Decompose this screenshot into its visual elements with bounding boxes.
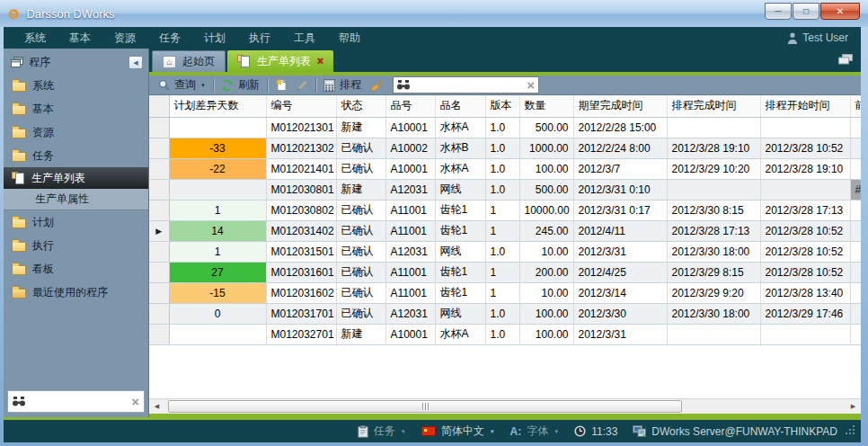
cell-sched-finish[interactable]: 2012/3/30 8:15 [667,200,760,220]
cell-status[interactable]: 已确认 [336,138,385,158]
tab-production-order-list[interactable]: 生产单列表 × [227,50,333,72]
cell-item-name[interactable]: 水杯A [435,117,485,138]
cell-item-no[interactable]: A11001 [385,220,435,241]
cell-expected-finish[interactable]: 2012/2/28 15:00 [573,117,667,138]
cell-qty[interactable]: 500.00 [519,179,573,200]
cell-expected-finish[interactable]: 2012/3/30 [573,303,667,324]
cell-status[interactable]: 已确认 [336,303,385,324]
cell-qty[interactable]: 245.00 [519,220,573,241]
cell-status[interactable]: 已确认 [336,200,385,220]
edit-button[interactable] [292,76,313,94]
table-row[interactable]: 1M012031501已确认A12031网线1.010.002012/3/312… [149,241,861,262]
cell-qty[interactable]: 500.00 [519,117,573,138]
cell-item-name[interactable]: 网线 [435,303,485,324]
cell-expected-finish[interactable]: 2012/2/24 8:00 [573,138,667,158]
col-version[interactable]: 版本 [485,95,519,117]
col-expected-finish[interactable]: 期望完成时间 [573,95,667,117]
schedule-button[interactable]: 排程 [319,76,366,94]
status-font-menu[interactable]: A: 字体 ▼ [510,424,560,439]
cell-status[interactable]: 已确认 [336,220,385,241]
menu-help[interactable]: 帮助 [327,31,372,46]
refresh-button[interactable]: 刷新 [217,76,264,94]
cell-sched-start[interactable]: 2012/3/29 17:46 [760,303,850,324]
cell-qty[interactable]: 10.00 [519,282,573,303]
cell-item-no[interactable]: A12031 [385,241,435,262]
sidebar-item-production-order-list[interactable]: 生产单列表 [4,167,148,189]
table-row[interactable]: M012030801新建A12031网线1.0500.002012/3/31 0… [149,179,861,200]
cell-expected-finish[interactable]: 2012/3/31 [573,324,667,344]
cell-status[interactable]: 新建 [336,179,385,200]
table-row[interactable]: M012021301新建A10001水杯A1.0500.002012/2/28 … [149,117,861,138]
scroll-right-icon[interactable]: ▶ [846,399,861,414]
cell-expected-finish[interactable]: 2012/3/31 [573,241,667,262]
col-plan-diff-days[interactable]: 计划差异天数 [169,95,266,117]
cell-version[interactable]: 1 [485,262,519,282]
cell-sched-finish[interactable]: 2012/3/30 18:00 [667,303,760,324]
cell-status[interactable]: 已确认 [336,282,385,303]
cell-plan-diff-days[interactable] [169,117,266,138]
cell-item-no[interactable]: A12031 [385,303,435,324]
resize-grip[interactable] [845,424,855,438]
cell-selector[interactable] [149,117,169,138]
cell-order-no[interactable]: M012021301 [266,117,336,138]
cell-sched-start[interactable] [760,324,850,344]
cell-order-no[interactable]: M012031602 [266,282,336,303]
cell-version[interactable]: 1.0 [485,138,519,158]
cell-clipped[interactable] [850,200,861,220]
col-order-no[interactable]: 编号 [266,95,336,117]
cell-sched-finish[interactable] [667,179,760,200]
cell-item-no[interactable]: A12031 [385,179,435,200]
cell-version[interactable]: 1.0 [485,241,519,262]
cell-item-name[interactable]: 水杯B [435,138,485,158]
cell-sched-finish[interactable] [667,117,760,138]
menu-system[interactable]: 系统 [13,31,58,46]
cell-plan-diff-days[interactable]: -15 [169,282,266,303]
sidebar-item-recent-programs[interactable]: 最近使用的程序 [4,281,148,304]
cell-sched-finish[interactable]: 2012/3/30 18:00 [667,241,760,262]
toolbar-search-clear-icon[interactable]: × [527,78,535,92]
cell-sched-start[interactable]: 2012/3/28 13:40 [760,282,850,303]
col-sched-start[interactable]: 排程开始时间 [760,95,850,117]
cell-expected-finish[interactable]: 2012/4/25 [573,262,667,282]
cell-sched-finish[interactable]: 2012/3/29 8:15 [667,262,760,282]
cell-item-no[interactable]: A11001 [385,200,435,220]
table-row[interactable]: 1M012030802已确认A11001齿轮1110000.002012/3/3… [149,200,861,220]
cell-plan-diff-days[interactable] [169,324,266,344]
col-clipped[interactable]: 前 [850,95,861,117]
cell-version[interactable]: 1 [485,282,519,303]
cell-order-no[interactable]: M012021401 [266,158,336,179]
sidebar-item-basic[interactable]: 基本 [4,97,148,120]
cell-item-no[interactable]: A10001 [385,324,435,344]
cell-sched-start[interactable] [760,117,850,138]
cell-status[interactable]: 已确认 [336,158,385,179]
scroll-left-icon[interactable]: ◀ [149,399,164,414]
cell-version[interactable]: 1.0 [485,158,519,179]
table-row[interactable]: -22M012021401已确认A10001水杯A1.0100.002012/3… [149,158,861,179]
cell-order-no[interactable]: M012031601 [266,262,336,282]
cell-clipped[interactable]: # [850,179,861,200]
window-list-icon[interactable] [838,54,853,67]
cell-qty[interactable]: 200.00 [519,262,573,282]
cell-selector[interactable] [149,282,169,303]
cell-selector[interactable] [149,303,169,324]
cell-qty[interactable]: 10000.00 [519,200,573,220]
cell-version[interactable]: 1 [485,200,519,220]
cell-selector[interactable] [149,200,169,220]
cell-order-no[interactable]: M012030802 [266,200,336,220]
close-button[interactable]: ✕ [820,3,860,20]
cell-version[interactable]: 1.0 [485,303,519,324]
cell-qty[interactable]: 100.00 [519,158,573,179]
cell-status[interactable]: 新建 [336,324,385,344]
maximize-button[interactable]: □ [793,3,819,20]
col-status[interactable]: 状态 [336,95,385,117]
table-row[interactable]: M012032701新建A10001水杯A1.0100.002012/3/31 [149,324,861,344]
col-item-no[interactable]: 品号 [385,95,435,117]
cell-selector[interactable] [149,324,169,344]
cell-qty[interactable]: 10.00 [519,241,573,262]
table-row[interactable]: 0M012031701已确认A12031网线1.0100.002012/3/30… [149,303,861,324]
cell-sched-finish[interactable]: 2012/3/29 10:20 [667,158,760,179]
sidebar-item-execute[interactable]: 执行 [4,234,148,257]
menu-plan[interactable]: 计划 [192,31,237,46]
cell-plan-diff-days[interactable]: 0 [169,303,266,324]
cell-expected-finish[interactable]: 2012/3/31 0:10 [573,179,667,200]
